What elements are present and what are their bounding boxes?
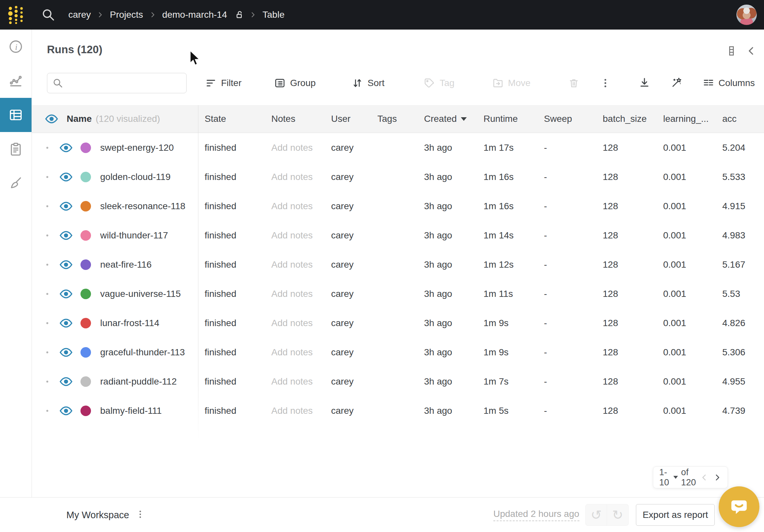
column-header-notes[interactable]: Notes xyxy=(265,114,324,124)
column-header-batch-size[interactable]: batch_size xyxy=(596,114,657,124)
notes-cell[interactable]: Add notes xyxy=(265,318,324,328)
acc-cell: 4.739 xyxy=(716,406,764,416)
run-color-dot[interactable] xyxy=(81,289,91,299)
user-avatar[interactable] xyxy=(736,5,757,25)
notes-cell[interactable]: Add notes xyxy=(265,260,324,270)
run-name-link[interactable]: radiant-puddle-112 xyxy=(100,376,177,387)
notes-cell[interactable]: Add notes xyxy=(265,289,324,299)
previous-page-chevron-icon[interactable] xyxy=(700,473,708,482)
sidebar-item-charts[interactable] xyxy=(0,64,32,98)
run-name-link[interactable]: golden-cloud-119 xyxy=(100,172,170,182)
sidebar-item-logs[interactable] xyxy=(0,132,32,166)
notes-cell[interactable]: Add notes xyxy=(265,201,324,212)
run-name-link[interactable]: lunar-frost-114 xyxy=(100,318,159,328)
drag-handle[interactable] xyxy=(46,147,48,149)
move-button[interactable]: Move xyxy=(492,78,530,89)
column-header-name[interactable]: Name (120 visualized) xyxy=(32,112,198,126)
visibility-eye-icon[interactable] xyxy=(59,316,73,330)
visibility-eye-icon[interactable] xyxy=(59,345,73,360)
column-header-sweep[interactable]: Sweep xyxy=(537,114,596,124)
drag-handle[interactable] xyxy=(46,176,48,178)
column-header-learning-rate[interactable]: learning_... xyxy=(657,114,716,124)
notes-cell[interactable]: Add notes xyxy=(265,230,324,241)
breadcrumb-user[interactable]: carey xyxy=(68,10,91,20)
notes-cell[interactable]: Add notes xyxy=(265,172,324,182)
run-name-link[interactable]: vague-universe-115 xyxy=(100,289,181,299)
page-range-dropdown[interactable]: 1-10 xyxy=(659,467,678,488)
drag-handle[interactable] xyxy=(46,205,48,207)
column-header-user[interactable]: User xyxy=(324,114,371,124)
sidebar-item-overview[interactable] xyxy=(0,30,32,64)
column-header-runtime[interactable]: Runtime xyxy=(477,114,537,124)
notes-cell[interactable]: Add notes xyxy=(265,347,324,358)
tag-button[interactable]: Tag xyxy=(424,78,454,89)
collapse-chevron-icon[interactable] xyxy=(746,45,757,57)
run-color-dot[interactable] xyxy=(81,172,91,182)
visibility-eye-icon[interactable] xyxy=(59,404,73,418)
breadcrumb-page[interactable]: Table xyxy=(263,10,285,20)
run-color-dot[interactable] xyxy=(81,406,91,416)
run-name-link[interactable]: neat-fire-116 xyxy=(100,260,152,270)
sidebar-item-sweeps[interactable] xyxy=(0,166,32,200)
visibility-eye-icon[interactable] xyxy=(59,140,73,155)
drag-handle[interactable] xyxy=(46,322,48,324)
drag-handle[interactable] xyxy=(46,410,48,412)
undo-button[interactable]: ↺ xyxy=(585,504,607,526)
notes-cell[interactable]: Add notes xyxy=(265,142,324,153)
more-actions-button[interactable] xyxy=(600,78,611,89)
visibility-eye-icon[interactable] xyxy=(59,170,73,184)
column-header-created[interactable]: Created xyxy=(418,114,477,124)
toolbar-right-tools: Columns xyxy=(639,77,755,89)
sort-button[interactable]: Sort xyxy=(352,78,384,89)
run-name-link[interactable]: balmy-field-111 xyxy=(100,406,162,416)
run-color-dot[interactable] xyxy=(81,376,91,387)
drag-handle[interactable] xyxy=(46,351,48,353)
columns-button[interactable]: Columns xyxy=(703,78,755,89)
notes-cell[interactable]: Add notes xyxy=(265,376,324,387)
column-header-state[interactable]: State xyxy=(198,114,265,124)
visibility-eye-icon[interactable] xyxy=(44,112,59,126)
run-color-dot[interactable] xyxy=(81,260,91,270)
redo-button[interactable]: ↻ xyxy=(607,504,629,526)
chat-support-button[interactable] xyxy=(719,486,759,527)
workspace-label[interactable]: My Workspace xyxy=(66,509,129,520)
delete-button[interactable] xyxy=(568,78,579,89)
run-name-link[interactable]: graceful-thunder-113 xyxy=(100,347,185,358)
group-button[interactable]: Group xyxy=(274,78,316,89)
visibility-eye-icon[interactable] xyxy=(59,199,73,214)
notes-cell[interactable]: Add notes xyxy=(265,406,324,416)
drag-handle[interactable] xyxy=(46,293,48,295)
run-color-dot[interactable] xyxy=(81,230,91,241)
magic-wand-button[interactable] xyxy=(671,77,682,89)
visibility-eye-icon[interactable] xyxy=(59,258,73,272)
charts-icon xyxy=(8,73,23,89)
visibility-eye-icon[interactable] xyxy=(59,287,73,301)
drag-handle[interactable] xyxy=(46,264,48,266)
visibility-eye-icon[interactable] xyxy=(59,228,73,243)
run-color-dot[interactable] xyxy=(81,347,91,358)
run-name-link[interactable]: sleek-resonance-118 xyxy=(100,201,185,212)
run-color-dot[interactable] xyxy=(81,318,91,328)
breadcrumb-project[interactable]: demo-march-14 xyxy=(162,10,227,20)
runs-search-box[interactable] xyxy=(47,73,187,93)
filter-button[interactable]: Filter xyxy=(205,78,242,89)
export-report-button[interactable]: Export as report xyxy=(636,504,715,526)
breadcrumb-projects[interactable]: Projects xyxy=(110,10,143,20)
download-button[interactable] xyxy=(639,77,650,89)
search-icon[interactable] xyxy=(41,8,55,22)
run-color-dot[interactable] xyxy=(81,142,91,153)
run-name-link[interactable]: swept-energy-120 xyxy=(100,142,174,153)
wandb-logo[interactable] xyxy=(7,5,27,25)
sidebar-item-runs-table[interactable] xyxy=(0,98,32,132)
runs-search-input[interactable] xyxy=(67,73,186,93)
visibility-eye-icon[interactable] xyxy=(59,374,73,389)
drag-handle[interactable] xyxy=(46,235,48,237)
drag-handle[interactable] xyxy=(46,381,48,383)
panel-icon[interactable] xyxy=(726,45,737,57)
run-name-link[interactable]: wild-thunder-117 xyxy=(100,230,168,241)
next-page-chevron-icon[interactable] xyxy=(713,473,722,482)
column-header-acc[interactable]: acc xyxy=(716,114,764,124)
workspace-menu-button[interactable] xyxy=(135,509,145,520)
run-color-dot[interactable] xyxy=(81,201,91,212)
column-header-tags[interactable]: Tags xyxy=(371,114,418,124)
